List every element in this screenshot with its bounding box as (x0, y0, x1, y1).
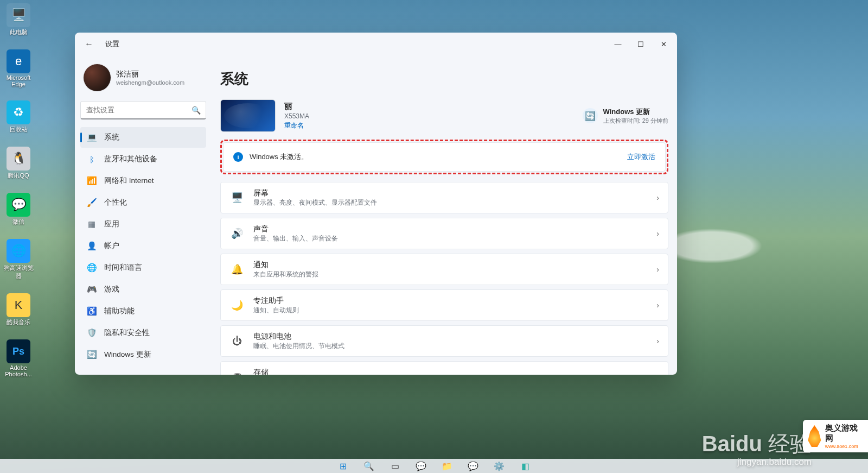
settings-card-power[interactable]: ⏻电源和电池睡眠、电池使用情况、节电模式› (220, 325, 668, 357)
desktop-icon-label: 微信 (12, 218, 24, 226)
card-subtitle: 通知、自动规则 (253, 306, 299, 314)
taskbar-chat-icon[interactable]: 💬 (414, 460, 428, 472)
card-subtitle: 音量、输出、输入、声音设备 (253, 235, 338, 243)
settings-card-storage[interactable]: ⛃存储存储空间、驱动器、配置规则› (220, 361, 668, 375)
storage-icon: ⛃ (229, 371, 245, 375)
card-subtitle: 显示器、亮度、夜间模式、显示器配置文件 (253, 199, 377, 207)
site-title: 奥义游戏网 (825, 423, 864, 444)
taskbar-app-icon[interactable]: ◧ (518, 460, 532, 472)
desktop-icon-kugou[interactable]: K酷我音乐 (1, 293, 36, 326)
device-name: 丽 (284, 102, 309, 112)
search-input[interactable] (80, 101, 206, 119)
nav-bluetooth[interactable]: ᛒ蓝牙和其他设备 (80, 149, 206, 169)
avatar (84, 64, 111, 91)
card-title: 通知 (253, 260, 318, 270)
refresh-icon: 🔄 (87, 350, 97, 360)
chevron-right-icon: › (656, 193, 659, 202)
card-title: 屏幕 (253, 188, 377, 198)
nav-system[interactable]: 💻系统 (80, 127, 206, 148)
nav-accounts[interactable]: 👤帐户 (80, 236, 206, 256)
desktop-icon-browser[interactable]: 🌐狗高速浏览器 (1, 239, 36, 280)
nav-accessibility[interactable]: ♿辅助功能 (80, 301, 206, 321)
minimize-button[interactable]: ― (607, 35, 629, 53)
nav-apps[interactable]: ▦应用 (80, 214, 206, 235)
nav-personalize[interactable]: 🖌️个性化 (80, 192, 206, 213)
back-button[interactable]: ← (80, 35, 98, 53)
desktop-icon-label: 此电脑 (10, 28, 28, 36)
settings-card-sound[interactable]: 🔊声音音量、输出、输入、声音设备› (220, 218, 668, 249)
nav-label: 蓝牙和其他设备 (104, 154, 157, 164)
nav-label: 应用 (104, 219, 119, 229)
taskbar-wechat-icon[interactable]: 💬 (466, 460, 480, 472)
nav-label: 系统 (104, 133, 119, 142)
close-button[interactable]: ✕ (652, 35, 675, 53)
card-subtitle: 来自应用和系统的警报 (253, 270, 318, 279)
main-pane: 系统 丽 X553MA 重命名 🔄 Windows 更新 上次检查时间: 29 … (212, 55, 677, 375)
display-icon: 🖥️ (229, 192, 245, 204)
taskbar-settings-icon[interactable]: ⚙️ (492, 460, 506, 472)
nav-label: 游戏 (104, 285, 119, 294)
taskbar-explorer-icon[interactable]: 📁 (440, 460, 454, 472)
accessibility-icon: ♿ (87, 306, 97, 316)
start-button[interactable]: ⊞ (336, 460, 350, 472)
taskbar-search-icon[interactable]: 🔍 (362, 460, 376, 472)
nav-label: Windows 更新 (104, 350, 151, 360)
search-wrap: 🔍 (80, 101, 206, 119)
desktop-icon-qq[interactable]: 🐧腾讯QQ (1, 147, 36, 180)
card-title: 专注助手 (253, 296, 299, 306)
desktop-icon-label: Microsoft Edge (1, 74, 36, 87)
maximize-button[interactable]: ☐ (629, 35, 652, 53)
profile[interactable]: 张洁丽 weishengm@outlook.com (80, 55, 206, 99)
nav-update[interactable]: 🔄Windows 更新 (80, 344, 206, 365)
focus-icon: 🌙 (229, 299, 245, 311)
activation-banner[interactable]: i Windows 未激活。 立即激活 (223, 142, 666, 172)
apps-icon: ▦ (87, 219, 97, 229)
desktop-icon-edge[interactable]: eMicrosoft Edge (1, 49, 36, 87)
settings-cards: 🖥️屏幕显示器、亮度、夜间模式、显示器配置文件›🔊声音音量、输出、输入、声音设备… (220, 182, 668, 375)
nav-label: 时间和语言 (104, 263, 142, 273)
card-title: 电源和电池 (253, 332, 344, 342)
desktop-icon-ps[interactable]: PsAdobe Photosh... (1, 339, 36, 377)
settings-window: ← 设置 ― ☐ ✕ 张洁丽 weishengm@outlook.com 🔍 💻… (75, 33, 677, 375)
card-title: 存储 (253, 368, 338, 375)
nav-label: 帐户 (104, 241, 119, 251)
site-watermark: 奥义游戏网 www.aoe1.com (803, 420, 868, 452)
nav-time[interactable]: 🌐时间和语言 (80, 257, 206, 278)
settings-card-focus[interactable]: 🌙专注助手通知、自动规则› (220, 289, 668, 321)
activation-highlight: i Windows 未激活。 立即激活 (220, 140, 668, 174)
info-icon: i (233, 152, 243, 162)
titlebar: ← 设置 ― ☐ ✕ (75, 33, 677, 55)
nav-gaming[interactable]: 🎮游戏 (80, 279, 206, 300)
card-subtitle: 睡眠、电池使用情况、节电模式 (253, 342, 344, 350)
sound-icon: 🔊 (229, 228, 245, 239)
desktop-icon-mycomputer[interactable]: 🖥️此电脑 (1, 3, 36, 36)
desktop-icon-wechat[interactable]: 💬微信 (1, 193, 36, 226)
settings-card-notify[interactable]: 🔔通知来自应用和系统的警报› (220, 254, 668, 285)
notify-icon: 🔔 (229, 263, 245, 275)
nav-network[interactable]: 📶网络和 Internet (80, 171, 206, 191)
nav-label: 隐私和安全性 (104, 328, 150, 338)
device-row: 丽 X553MA 重命名 🔄 Windows 更新 上次检查时间: 29 分钟前 (220, 99, 668, 132)
nav-list: 💻系统 ᛒ蓝牙和其他设备 📶网络和 Internet 🖌️个性化 ▦应用 👤帐户… (80, 127, 206, 365)
game-icon: 🎮 (87, 285, 97, 294)
task-view-icon[interactable]: ▭ (388, 460, 402, 472)
desktop-icon-recycle[interactable]: ♻回收站 (1, 100, 36, 134)
chevron-right-icon: › (656, 265, 659, 274)
nav-label: 网络和 Internet (104, 176, 154, 186)
windows-update-card[interactable]: 🔄 Windows 更新 上次检查时间: 29 分钟前 (583, 107, 668, 125)
rename-link[interactable]: 重命名 (284, 121, 309, 130)
device-model: X553MA (284, 112, 309, 120)
activate-link[interactable]: 立即激活 (627, 152, 655, 162)
nav-privacy[interactable]: 🛡️隐私和安全性 (80, 323, 206, 343)
device-info: 丽 X553MA 重命名 (284, 102, 309, 130)
update-subtitle: 上次检查时间: 29 分钟前 (603, 117, 668, 125)
chevron-right-icon: › (656, 229, 659, 238)
desktop-icon-label: 腾讯QQ (8, 172, 29, 180)
page-title: 系统 (220, 70, 668, 89)
settings-card-display[interactable]: 🖥️屏幕显示器、亮度、夜间模式、显示器配置文件› (220, 182, 668, 213)
refresh-icon: 🔄 (583, 108, 598, 123)
desktop-icon-label: Adobe Photosh... (1, 364, 36, 377)
power-icon: ⏻ (229, 336, 245, 347)
activation-text: Windows 未激活。 (250, 152, 308, 162)
nav-label: 辅助功能 (104, 306, 135, 316)
